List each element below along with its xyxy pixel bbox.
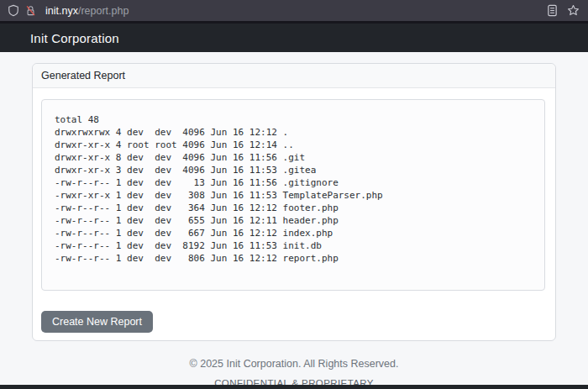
report-card-body: total 48 drwxrwxrwx 4 dev dev 4096 Jun 1… — [33, 88, 555, 340]
page-body: Generated Report total 48 drwxrwxrwx 4 d… — [0, 52, 588, 388]
url-text[interactable]: init.nyx/report.php — [45, 5, 541, 17]
site-title: Init Corporation — [30, 31, 119, 45]
page-footer: © 2025 Init Corporation. All Rights Rese… — [32, 341, 556, 388]
tracking-shield-icon[interactable] — [8, 4, 19, 17]
url-host: init.nyx — [45, 5, 78, 17]
create-new-report-button[interactable]: Create New Report — [41, 311, 153, 333]
reader-mode-icon[interactable] — [547, 4, 558, 17]
site-header: Init Corporation — [0, 24, 588, 52]
insecure-lock-icon[interactable] — [25, 4, 36, 17]
copyright-text: © 2025 Init Corporation. All Rights Rese… — [32, 358, 556, 370]
url-path: /report.php — [78, 5, 129, 17]
bookmark-star-icon[interactable] — [567, 4, 580, 17]
report-card: Generated Report total 48 drwxrwxrwx 4 d… — [32, 63, 556, 341]
report-card-header: Generated Report — [33, 64, 555, 88]
report-output: total 48 drwxrwxrwx 4 dev dev 4096 Jun 1… — [41, 99, 545, 291]
report-card-title: Generated Report — [41, 70, 125, 81]
url-bar[interactable]: init.nyx/report.php — [0, 0, 588, 21]
partial-dark-footer — [0, 385, 588, 389]
browser-chrome: init.nyx/report.php — [0, 0, 588, 24]
